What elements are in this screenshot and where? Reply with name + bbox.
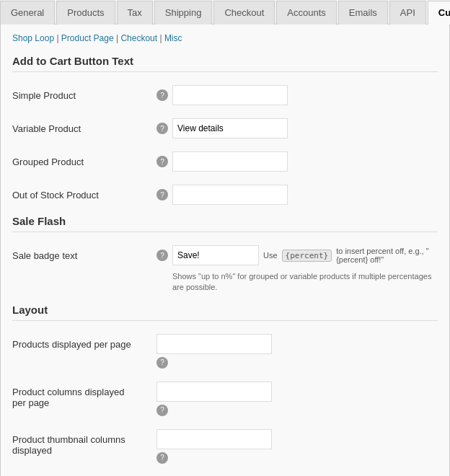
variable-product-label: Variable Product (12, 118, 156, 134)
products-per-page-help-icon[interactable]: ? (156, 357, 168, 369)
variable-product-field: ? (156, 118, 438, 138)
tab-tax[interactable]: Tax (117, 1, 153, 25)
grouped-product-help-icon[interactable]: ? (156, 156, 168, 167)
grouped-product-input[interactable] (172, 151, 288, 172)
product-columns-label: Product columns displayedper page (12, 382, 156, 408)
layout-title: Layout (12, 304, 438, 321)
products-per-page-row: Products displayed per page ? (12, 331, 438, 371)
grouped-product-label: Grouped Product (12, 151, 156, 167)
tab-emails[interactable]: Emails (338, 1, 388, 25)
breadcrumb-misc[interactable]: Misc (164, 33, 182, 43)
thumbnail-columns-input[interactable] (156, 429, 272, 449)
sale-badge-input[interactable] (172, 245, 259, 265)
out-of-stock-input[interactable] (172, 185, 288, 205)
tab-bar: General Products Tax Shipping Checkout A… (0, 0, 450, 25)
out-of-stock-field: ? (156, 185, 438, 205)
thumbnail-columns-field (156, 429, 272, 449)
settings-content: Shop Loop | Product Page | Checkout | Mi… (0, 25, 450, 476)
product-columns-input[interactable] (156, 382, 272, 402)
simple-product-help-icon[interactable]: ? (156, 89, 168, 101)
products-per-page-label: Products displayed per page (12, 334, 156, 350)
sale-badge-help-icon[interactable]: ? (156, 250, 168, 261)
simple-product-field: ? (156, 85, 438, 105)
tab-checkout[interactable]: Checkout (213, 1, 275, 25)
sale-badge-description: Shows "up to n%" for grouped or variable… (172, 271, 438, 294)
out-of-stock-row: Out of Stock Product ? (12, 182, 438, 208)
simple-product-input[interactable] (172, 85, 288, 105)
breadcrumb-shop-loop[interactable]: Shop Loop (12, 33, 54, 43)
sale-badge-desc-rest: to insert percent off, e.g., "{percent} … (336, 247, 438, 264)
sale-flash-title: Sale Flash (12, 215, 438, 232)
breadcrumb: Shop Loop | Product Page | Checkout | Mi… (12, 33, 438, 43)
out-of-stock-help-icon[interactable]: ? (156, 189, 168, 200)
thumbnail-columns-row: Product thumbnail columnsdisplayed ? (12, 426, 438, 467)
sale-badge-label: Sale badge text (12, 245, 156, 261)
tab-shipping[interactable]: Shipping (154, 1, 213, 25)
tab-products[interactable]: Products (56, 1, 115, 25)
percent-tag: {percent} (282, 250, 332, 262)
variable-product-row: Variable Product ? (12, 115, 438, 141)
thumbnail-columns-help-icon[interactable]: ? (156, 452, 168, 464)
tab-api[interactable]: API (389, 1, 426, 25)
variable-product-input[interactable] (172, 118, 288, 138)
add-to-cart-title: Add to Cart Button Text (12, 55, 438, 72)
breadcrumb-product-page[interactable]: Product Page (61, 33, 114, 43)
grouped-product-field: ? (156, 151, 438, 172)
tab-accounts[interactable]: Accounts (276, 1, 336, 25)
simple-product-label: Simple Product (12, 85, 156, 101)
sale-badge-row: Sale badge text ? Use {percent} to inser… (12, 242, 438, 296)
variable-product-help-icon[interactable]: ? (156, 123, 168, 134)
products-per-page-input[interactable] (156, 334, 272, 354)
sale-badge-desc-use: Use (263, 251, 278, 260)
thumbnail-columns-label: Product thumbnail columnsdisplayed (12, 429, 156, 456)
breadcrumb-checkout[interactable]: Checkout (120, 33, 157, 43)
simple-product-row: Simple Product ? (12, 82, 438, 108)
tab-general[interactable]: General (0, 1, 55, 25)
sale-badge-field: ? Use {percent} to insert percent off, e… (156, 245, 438, 265)
product-columns-field (156, 382, 272, 402)
out-of-stock-label: Out of Stock Product (12, 185, 156, 200)
grouped-product-row: Grouped Product ? (12, 149, 438, 175)
tab-customizer[interactable]: Customizer (428, 1, 450, 25)
product-columns-row: Product columns displayedper page ? (12, 379, 438, 419)
products-per-page-field (156, 334, 272, 354)
product-columns-help-icon[interactable]: ? (156, 405, 168, 416)
